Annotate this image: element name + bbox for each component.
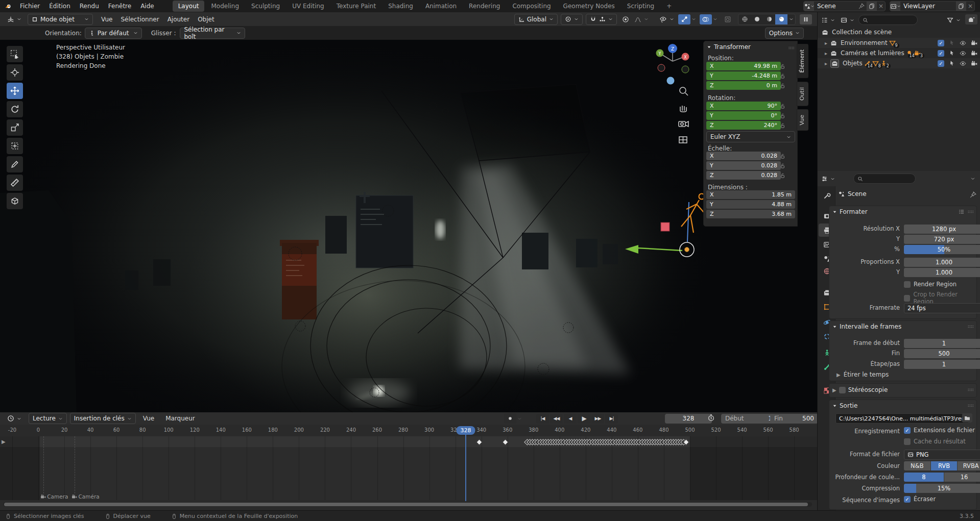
- frame-start-field[interactable]: 1: [904, 339, 980, 348]
- tool-rotate-button[interactable]: [7, 101, 23, 117]
- frame-step-field[interactable]: 1: [904, 360, 980, 369]
- frame-start-field[interactable]: Début 1: [721, 414, 776, 424]
- hide-eye-icon[interactable]: [960, 60, 966, 67]
- new-view-layer-button[interactable]: [955, 2, 966, 11]
- frame-end-field[interactable]: 500: [904, 349, 980, 358]
- axis-x-neg-ball[interactable]: [658, 64, 665, 71]
- rotation-z-field[interactable]: Z240°: [706, 121, 781, 130]
- falloff-selector[interactable]: [632, 14, 651, 25]
- workspace-tab-shading[interactable]: Shading: [383, 1, 419, 12]
- workspace-tab-rendering[interactable]: Rendering: [463, 1, 506, 12]
- presets-icon[interactable]: [959, 209, 965, 215]
- transform-orientation[interactable]: Global: [514, 14, 558, 25]
- workspace-tab-modeling[interactable]: Modeling: [205, 1, 245, 12]
- resolution-x-field[interactable]: 1280 px: [904, 225, 980, 234]
- workspace-tab-+[interactable]: +: [661, 1, 677, 12]
- resolution-y-field[interactable]: 720 px: [904, 235, 980, 244]
- timeline-tracks[interactable]: CameraCaméra: [0, 436, 817, 500]
- color-option-rvb[interactable]: RVB: [931, 461, 958, 470]
- unlock-icon[interactable]: [779, 122, 785, 129]
- frame-end-field[interactable]: Fin 500: [770, 414, 818, 424]
- unlock-icon[interactable]: [779, 113, 785, 119]
- pin-icon[interactable]: [970, 191, 976, 198]
- depth-option-8[interactable]: 8: [904, 473, 944, 482]
- unlock-icon[interactable]: [779, 83, 785, 89]
- depth-option-16[interactable]: 16: [944, 473, 980, 482]
- collapse-arrow-icon[interactable]: [832, 210, 837, 214]
- position-z-field[interactable]: Z0 m: [706, 81, 781, 90]
- outliner-display-mode[interactable]: [820, 14, 836, 26]
- panel-grip-icon[interactable]: [967, 324, 973, 330]
- position-x-field[interactable]: X49.98 m: [706, 62, 781, 70]
- rotation-x-field[interactable]: X90°: [706, 102, 781, 110]
- timeline-ruler[interactable]: -200204060801001201401601802002202402602…: [0, 425, 817, 437]
- tool-annotate-button[interactable]: [7, 156, 23, 172]
- workspace-tab-compositing[interactable]: Compositing: [507, 1, 556, 12]
- tool-move-button[interactable]: [7, 83, 23, 99]
- workspace-tab-layout[interactable]: Layout: [173, 1, 205, 12]
- tool-cursor-button[interactable]: [7, 64, 23, 81]
- shading-rendered-button[interactable]: [775, 14, 787, 24]
- panel-grip-icon[interactable]: [967, 387, 973, 393]
- unlock-icon[interactable]: [779, 103, 785, 109]
- keying-set-dropdown-icon[interactable]: [517, 416, 522, 421]
- properties-editor-selector[interactable]: [820, 173, 836, 184]
- shading-wireframe-button[interactable]: [738, 14, 751, 24]
- axis-y-neg-ball[interactable]: [682, 66, 689, 73]
- collapse-arrow-icon[interactable]: [832, 325, 837, 329]
- expand-arrow[interactable]: ▸: [825, 61, 827, 66]
- dimensions-x-field[interactable]: X1.85 m: [706, 190, 795, 199]
- tool-measure-button[interactable]: [7, 175, 23, 191]
- viewport-menu-sélectionner[interactable]: Sélectionner: [116, 16, 163, 23]
- timeline-editor-selector[interactable]: [3, 413, 26, 424]
- render-visibility-icon[interactable]: [971, 40, 977, 46]
- expand-arrow[interactable]: ▸: [825, 40, 827, 46]
- properties-options-icon[interactable]: [970, 176, 975, 181]
- selectable-icon[interactable]: [949, 50, 955, 56]
- play-button[interactable]: ▶: [578, 414, 590, 424]
- unlink-scene-button[interactable]: ×: [877, 3, 885, 10]
- dimensions-y-field[interactable]: Y4.88 m: [706, 200, 795, 209]
- resolution-percent-slider[interactable]: 50%: [904, 245, 980, 254]
- next-keyframe-button[interactable]: ▶▶: [591, 414, 604, 424]
- unlock-icon[interactable]: [779, 172, 785, 179]
- snap-controls[interactable]: [586, 14, 617, 25]
- tool-select-box-button[interactable]: [7, 46, 23, 62]
- marker-caméra[interactable]: Caméra: [71, 493, 99, 500]
- viewport-menu-objet[interactable]: Objet: [194, 16, 218, 23]
- menu-édition[interactable]: Édition: [44, 0, 75, 12]
- new-collection-button[interactable]: [965, 14, 977, 24]
- dimensions-z-field[interactable]: Z3.68 m: [706, 210, 795, 218]
- panel-grip-icon[interactable]: [967, 209, 973, 215]
- timeline-menu-vue[interactable]: Vue: [139, 415, 158, 422]
- light-probe-gizmo[interactable]: [661, 222, 670, 231]
- selectable-icon[interactable]: [949, 40, 955, 46]
- scale-x-field[interactable]: X0.028: [706, 152, 781, 160]
- outliner-root-row[interactable]: Collection de scène: [818, 27, 980, 37]
- shading-dropdown[interactable]: [787, 14, 795, 24]
- timeline-scrollbar[interactable]: [3, 502, 812, 507]
- playhead-line[interactable]: [465, 433, 466, 501]
- hide-eye-icon[interactable]: [960, 50, 966, 57]
- viewlayer-icon-dropdown[interactable]: [890, 2, 900, 11]
- scale-y-field[interactable]: Y0.028: [706, 161, 781, 170]
- sidebar-tab-élément[interactable]: Élément: [797, 44, 808, 79]
- proportional-editing-toggle[interactable]: [620, 14, 631, 25]
- options-dropdown[interactable]: Options: [765, 28, 804, 39]
- mode-selector[interactable]: Mode objet: [28, 14, 93, 25]
- color-option-rvba[interactable]: RVBA: [958, 461, 980, 470]
- framerate-dropdown[interactable]: 24 fps: [904, 303, 980, 313]
- channel-expand-arrow[interactable]: ▶: [2, 439, 6, 444]
- jump-to-start-button[interactable]: |◀: [536, 414, 549, 424]
- viewport-menu-ajouter[interactable]: Ajouter: [163, 16, 194, 23]
- view-layer-name[interactable]: ViewLayer: [900, 3, 955, 10]
- aspect-x-field[interactable]: 1.000: [904, 258, 980, 267]
- pause-render-button[interactable]: [800, 14, 812, 24]
- menu-fenêtre[interactable]: Fenêtre: [104, 0, 136, 12]
- scale-z-field[interactable]: Z0.028: [706, 171, 781, 180]
- show-gizmo-toggle[interactable]: [678, 14, 690, 24]
- expand-arrow[interactable]: ▸: [825, 51, 827, 56]
- workspace-tab-scripting[interactable]: Scripting: [622, 1, 660, 12]
- remove-view-layer-button[interactable]: ×: [966, 3, 974, 10]
- shading-solid-button[interactable]: [751, 14, 763, 24]
